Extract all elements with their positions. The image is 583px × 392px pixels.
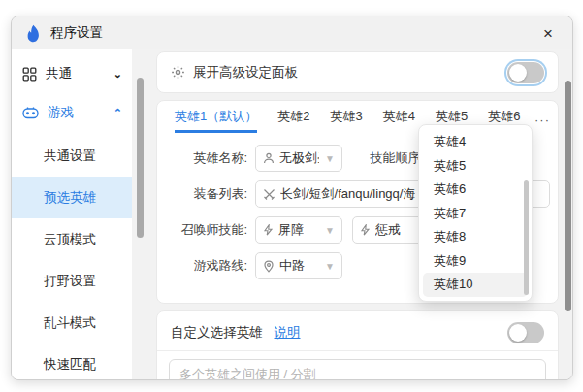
tab-英雄4[interactable]: 英雄4	[383, 101, 415, 133]
menu-item-英雄9[interactable]: 英雄9	[423, 249, 528, 274]
dropdown-scrollbar[interactable]	[524, 180, 529, 295]
tab-英雄1（默认）[interactable]: 英雄1（默认）	[175, 101, 257, 133]
app-flame-icon	[25, 24, 42, 43]
title-bar: 程序设置 ×	[12, 16, 572, 49]
location-pin-icon	[263, 260, 275, 273]
chevron-down-icon: ⌄	[113, 68, 122, 81]
lightning-icon	[263, 224, 274, 236]
chevron-up-icon: ⌃	[113, 107, 122, 119]
sidebar-group-label: 游戏	[48, 104, 74, 121]
menu-item-英雄6[interactable]: 英雄6	[423, 178, 528, 202]
custom-select-card: 自定义选择英雄 说明	[156, 310, 559, 380]
sidebar-item-云顶模式[interactable]: 云顶模式	[12, 218, 132, 260]
gear-icon	[171, 65, 185, 80]
main-panel: 展开高级设定面板 英雄1（默认）英雄2英雄3英雄4英雄5英雄6英雄7 ··· 英…	[146, 49, 572, 380]
custom-heroes-input[interactable]	[179, 367, 535, 381]
sidebar-scrollbar[interactable]	[137, 78, 144, 238]
spell1-value: 屏障	[278, 221, 304, 239]
tab-英雄3[interactable]: 英雄3	[330, 101, 362, 133]
lane-label: 游戏路线:	[157, 257, 247, 275]
sidebar-group-label: 共通	[46, 65, 72, 82]
lane-select[interactable]: 中路 ▼	[255, 252, 342, 279]
custom-select-label: 自定义选择英雄	[171, 324, 263, 342]
advanced-panel-card: 展开高级设定面板	[156, 51, 559, 93]
close-icon[interactable]: ×	[537, 23, 559, 44]
divider	[157, 350, 558, 351]
help-link[interactable]: 说明	[275, 324, 301, 342]
sidebar-item-预选英雄[interactable]: 预选英雄	[12, 177, 132, 218]
lightning-icon	[360, 224, 371, 236]
window-body: 共通⌄游戏⌃共通设置预选英雄云顶模式打野设置乱斗模式快速匹配 展开高级设定面板 …	[12, 49, 572, 380]
menu-item-英雄10[interactable]: 英雄10	[423, 273, 528, 297]
skill-order-label: 技能顺序:	[342, 149, 424, 167]
settings-window: 程序设置 × 共通⌄游戏⌃共通设置预选英雄云顶模式打野设置乱斗模式快速匹配 展开…	[11, 16, 573, 380]
grid-icon	[22, 67, 37, 82]
item-list-label: 装备列表:	[157, 185, 247, 203]
hero-name-select[interactable]: 无极剑圣 ▼	[255, 145, 342, 172]
main-scrollbar[interactable]	[565, 81, 571, 311]
toggle-knob	[509, 64, 527, 82]
sidebar: 共通⌄游戏⌃共通设置预选英雄云顶模式打野设置乱斗模式快速匹配	[12, 49, 132, 380]
custom-heroes-field	[169, 359, 546, 380]
sidebar-group-共通[interactable]: 共通⌄	[12, 57, 132, 90]
chevron-down-icon: ▼	[319, 153, 335, 164]
hero-name-label: 英雄名称:	[157, 149, 247, 167]
advanced-panel-toggle[interactable]	[507, 62, 544, 83]
lane-value: 中路	[279, 257, 305, 275]
spell2-value: 惩戒	[375, 221, 401, 239]
window-title: 程序设置	[50, 24, 103, 42]
menu-item-英雄4[interactable]: 英雄4	[423, 130, 528, 154]
summoner-spells-label: 召唤师技能:	[157, 221, 247, 239]
menu-item-英雄5[interactable]: 英雄5	[423, 154, 528, 179]
spell1-select[interactable]: 屏障 ▼	[255, 216, 342, 244]
sidebar-item-乱斗模式[interactable]: 乱斗模式	[12, 302, 132, 343]
chevron-down-icon: ▼	[319, 225, 335, 236]
custom-select-toggle[interactable]	[507, 322, 544, 343]
menu-item-英雄7[interactable]: 英雄7	[423, 202, 528, 226]
custom-select-row: 自定义选择英雄 说明	[157, 314, 558, 350]
gamepad-icon	[22, 106, 39, 119]
menu-item-英雄8[interactable]: 英雄8	[423, 225, 528, 249]
sidebar-item-打野设置[interactable]: 打野设置	[12, 260, 132, 302]
tab-英雄2[interactable]: 英雄2	[277, 101, 309, 133]
crossed-swords-icon	[263, 188, 275, 201]
item-list-value: 长剑/短剑/fanqu/lingq/海	[280, 185, 415, 203]
hero-name-value: 无极剑圣	[279, 149, 319, 167]
sidebar-item-共通设置[interactable]: 共通设置	[12, 135, 132, 177]
toggle-knob	[509, 324, 527, 342]
tabs-overflow-button[interactable]: ···	[534, 113, 550, 127]
chevron-down-icon: ▼	[319, 261, 335, 272]
sidebar-item-快速匹配[interactable]: 快速匹配	[12, 343, 132, 380]
hero-dropdown-menu: 英雄4英雄5英雄6英雄7英雄8英雄9英雄10	[418, 124, 533, 302]
sidebar-group-游戏[interactable]: 游戏⌃	[12, 96, 132, 129]
person-icon	[263, 152, 275, 164]
advanced-panel-label: 展开高级设定面板	[193, 64, 298, 82]
